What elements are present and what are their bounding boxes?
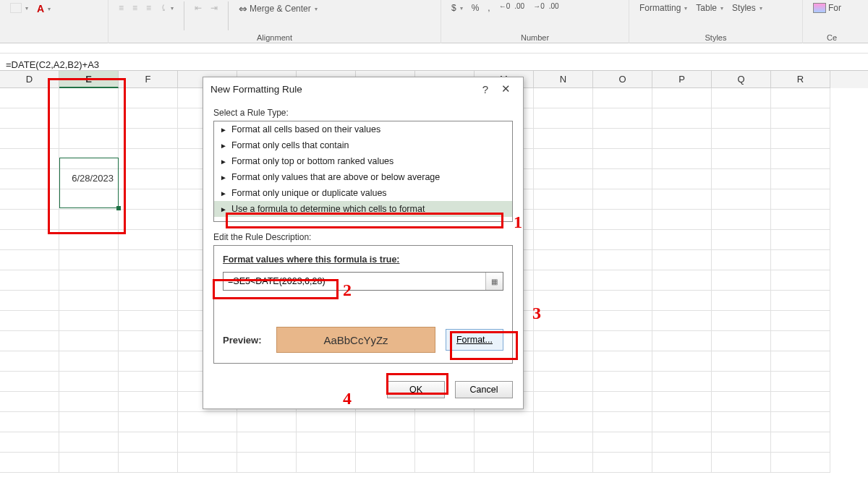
percent-format-button[interactable]: % xyxy=(469,1,482,14)
ribbon: ▾ A▾ ≡ ≡ ≡ ⤹▾ ⇤ ⇥ ⇔ Merge & Center▾ Alig… xyxy=(0,0,868,43)
rule-type-item[interactable]: ►Format only cells that contain xyxy=(214,137,512,153)
format-cells-button[interactable]: For xyxy=(810,1,844,14)
arrow-icon: ► xyxy=(220,174,227,181)
dialog-titlebar[interactable]: New Formatting Rule ? ✕ xyxy=(203,77,523,100)
decrease-decimal-button[interactable]: →0.00 xyxy=(530,1,561,12)
ribbon-group-label: Styles xyxy=(637,33,795,43)
ribbon-group-label: Ce xyxy=(810,33,854,43)
rule-type-item[interactable]: ►Format only values that are above or be… xyxy=(214,169,512,185)
ok-button[interactable]: OK xyxy=(387,381,445,398)
merge-center-button[interactable]: ⇔ Merge & Center▾ xyxy=(236,1,320,16)
format-as-table-button[interactable]: Table▾ xyxy=(693,1,726,14)
rule-type-item[interactable]: ►Format only top or bottom ranked values xyxy=(214,153,512,169)
column-header[interactable]: N xyxy=(534,71,593,88)
close-icon[interactable]: ✕ xyxy=(495,82,516,95)
conditional-formatting-button[interactable]: Formatting▾ xyxy=(637,1,690,14)
accounting-format-button[interactable]: $▾ xyxy=(448,1,466,14)
rule-type-list[interactable]: ►Format all cells based on their values … xyxy=(213,121,513,222)
help-icon[interactable]: ? xyxy=(475,83,495,95)
column-header[interactable]: D xyxy=(0,71,59,88)
arrow-icon: ► xyxy=(220,126,227,134)
orientation-icon[interactable]: ⤹▾ xyxy=(157,1,176,14)
column-header-selected[interactable]: E xyxy=(59,71,119,88)
decrease-indent-icon[interactable]: ⇤ xyxy=(192,1,205,14)
format-icon xyxy=(813,3,826,13)
ribbon-group-cells: For Ce xyxy=(803,0,861,43)
rule-type-item[interactable]: ►Format only unique or duplicate values xyxy=(214,185,512,201)
select-rule-type-label: Select a Rule Type: xyxy=(213,108,513,118)
cancel-button[interactable]: Cancel xyxy=(455,381,513,398)
merge-icon: ⇔ xyxy=(239,3,247,14)
dialog-title: New Formatting Rule xyxy=(210,84,302,95)
rule-type-item[interactable]: ►Format all cells based on their values xyxy=(214,121,512,137)
align-top-icon[interactable]: ≡ xyxy=(116,1,127,14)
column-header[interactable]: F xyxy=(119,71,178,88)
cell-with-date[interactable]: 6/28/2023 xyxy=(59,169,119,189)
arrow-icon: ► xyxy=(220,189,227,197)
arrow-icon: ► xyxy=(220,158,227,166)
ribbon-group-label: Alignment xyxy=(116,33,433,43)
fill-handle[interactable] xyxy=(116,206,121,210)
format-preview: AaBbCcYyZz xyxy=(276,327,435,353)
cell-styles-button[interactable]: Styles▾ xyxy=(729,1,765,14)
ribbon-group-number: $▾ % , ←0.00 →0.00 Number xyxy=(441,0,629,43)
column-header[interactable]: O xyxy=(593,71,652,88)
formula-section-label: Format values where this formula is true… xyxy=(223,254,503,265)
edit-rule-description-label: Edit the Rule Description: xyxy=(213,232,513,242)
formula-input[interactable] xyxy=(224,276,485,286)
column-header[interactable]: R xyxy=(771,71,830,88)
formula-bar[interactable]: =DATE(C2,A2,B2)+A3 xyxy=(0,53,868,71)
font-color-icon[interactable]: A▾ xyxy=(34,1,54,16)
column-header[interactable]: Q xyxy=(712,71,771,88)
increase-decimal-button[interactable]: ←0.00 xyxy=(496,1,527,12)
increase-indent-icon[interactable]: ⇥ xyxy=(208,1,221,14)
range-selector-icon[interactable]: ▦ xyxy=(485,273,503,290)
ribbon-group-font-tail: ▾ A▾ xyxy=(0,0,109,43)
align-middle-icon[interactable]: ≡ xyxy=(129,1,140,14)
comma-format-button[interactable]: , xyxy=(485,1,493,14)
formula-input-wrapper: ▦ xyxy=(223,272,503,291)
ribbon-group-styles: Formatting▾ Table▾ Styles▾ Styles xyxy=(629,0,803,43)
arrow-icon: ► xyxy=(220,205,227,213)
fill-color-icon[interactable]: ▾ xyxy=(7,1,31,14)
ribbon-group-label xyxy=(7,42,101,43)
ribbon-group-alignment: ≡ ≡ ≡ ⤹▾ ⇤ ⇥ ⇔ Merge & Center▾ Alignment xyxy=(109,0,441,43)
format-button[interactable]: Format... xyxy=(446,329,503,351)
spacer-bar xyxy=(0,43,868,53)
ribbon-group-label: Number xyxy=(448,33,621,43)
preview-label: Preview: xyxy=(223,335,266,346)
new-formatting-rule-dialog: New Formatting Rule ? ✕ Select a Rule Ty… xyxy=(203,77,524,409)
arrow-icon: ► xyxy=(220,142,227,150)
column-header[interactable]: P xyxy=(652,71,712,88)
rule-type-item-selected[interactable]: ►Use a formula to determine which cells … xyxy=(214,201,512,217)
align-bottom-icon[interactable]: ≡ xyxy=(143,1,154,14)
